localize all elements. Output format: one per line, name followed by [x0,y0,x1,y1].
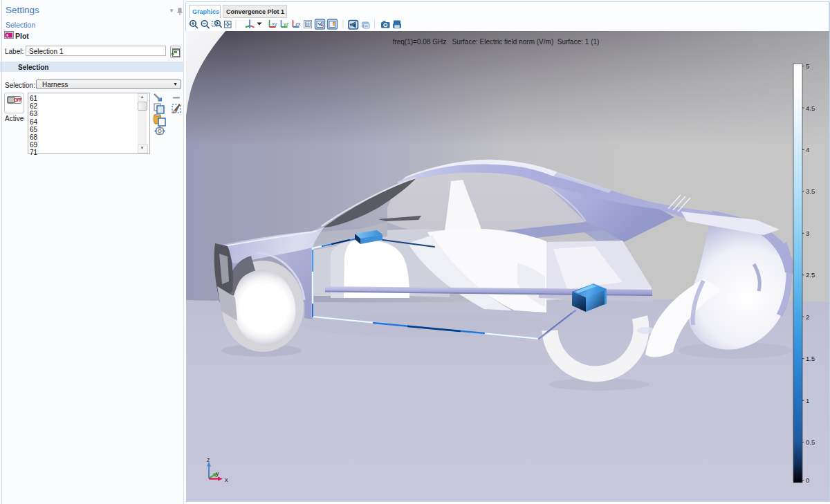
svg-text:1.5: 1.5 [806,355,815,362]
svg-text:0: 0 [806,476,809,484]
svg-text:yz: yz [284,21,289,27]
svg-text:z: z [207,456,210,463]
svg-text:3: 3 [806,230,809,237]
svg-text:zx: zx [295,21,301,27]
svg-text:2.5: 2.5 [806,271,815,279]
svg-text:5: 5 [806,62,809,70]
svg-text:freq(1)=0.08 GHz Surface: El: freq(1)=0.08 GHz Surface: Electric field… [393,38,600,46]
svg-text:x: x [225,476,228,483]
svg-text:4.5: 4.5 [806,104,815,112]
svg-text:0.5: 0.5 [806,438,815,446]
svg-text:y: y [216,470,219,477]
svg-text:3.5: 3.5 [806,187,815,195]
svg-text:xy: xy [272,21,277,27]
svg-text:2: 2 [806,313,809,321]
svg-text:1: 1 [806,397,809,404]
svg-text:4: 4 [806,146,809,153]
